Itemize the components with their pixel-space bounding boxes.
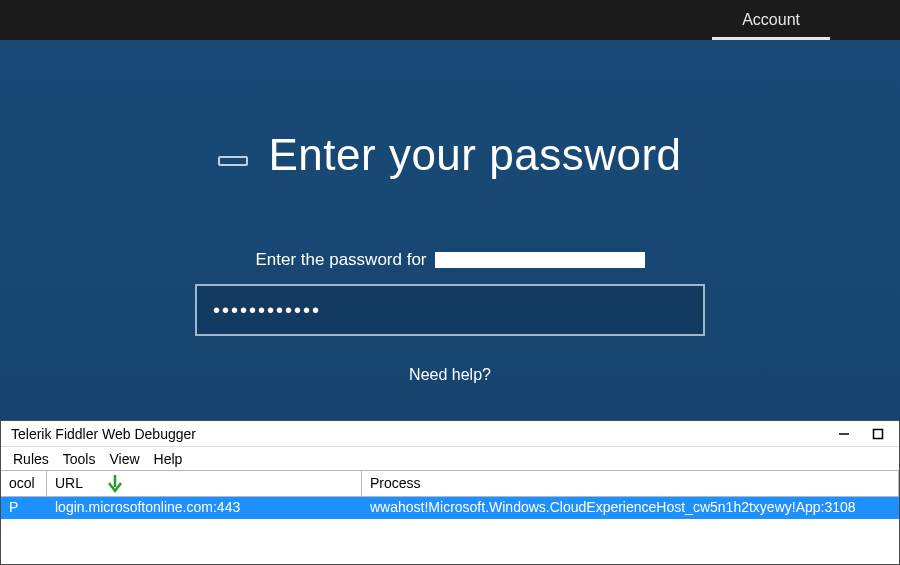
fiddler-window: Telerik Fiddler Web Debugger Rules Tools…	[0, 420, 900, 565]
top-bar: Account	[0, 0, 900, 40]
cell-process: wwahost!Microsoft.Windows.CloudExperienc…	[362, 497, 899, 519]
cell-protocol: P	[1, 497, 47, 519]
svg-rect-1	[874, 429, 883, 438]
menu-tools[interactable]: Tools	[63, 451, 96, 467]
page-title: Enter your password	[268, 130, 681, 180]
password-prompt: Enter the password for	[255, 250, 644, 270]
col-header-protocol[interactable]: ocol	[1, 471, 47, 496]
maximize-button[interactable]	[863, 424, 893, 444]
fiddler-menubar: Rules Tools View Help	[1, 447, 899, 471]
tab-account-label: Account	[742, 11, 800, 28]
fiddler-empty-area	[1, 519, 899, 564]
maximize-icon	[872, 428, 884, 440]
col-header-url[interactable]: URL	[47, 471, 362, 496]
minimize-button[interactable]	[829, 424, 859, 444]
menu-view[interactable]: View	[109, 451, 139, 467]
password-prompt-text: Enter the password for	[255, 250, 426, 270]
need-help-label: Need help?	[409, 366, 491, 383]
password-input[interactable]: ••••••••••••	[195, 284, 705, 336]
col-header-process[interactable]: Process	[362, 471, 899, 496]
headline-row: Enter your password	[218, 130, 681, 180]
green-arrow-icon	[105, 473, 125, 496]
fiddler-titlebar[interactable]: Telerik Fiddler Web Debugger	[1, 421, 899, 447]
fiddler-title: Telerik Fiddler Web Debugger	[11, 426, 825, 442]
minimize-icon	[838, 428, 850, 440]
menu-help[interactable]: Help	[154, 451, 183, 467]
need-help-link[interactable]: Need help?	[409, 366, 491, 384]
password-mask: ••••••••••••	[213, 299, 321, 322]
col-header-url-label: URL	[55, 475, 83, 491]
tab-account[interactable]: Account	[712, 1, 830, 40]
fiddler-column-headers: ocol URL Process	[1, 471, 899, 497]
redacted-email	[435, 252, 645, 268]
cell-url: login.microsoftonline.com:443	[47, 497, 362, 519]
session-row[interactable]: P login.microsoftonline.com:443 wwahost!…	[1, 497, 899, 519]
menu-rules[interactable]: Rules	[13, 451, 49, 467]
credential-icon	[218, 156, 248, 166]
